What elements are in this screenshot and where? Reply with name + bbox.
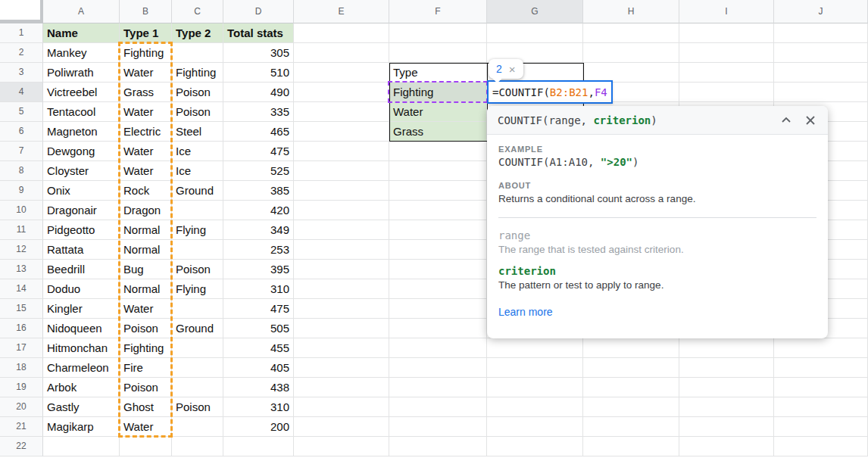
cell-B7[interactable]: Water — [120, 142, 172, 161]
column-header-E[interactable]: E — [294, 0, 389, 23]
cell-D15[interactable]: 475 — [223, 299, 294, 319]
close-icon[interactable] — [804, 114, 817, 127]
cell-A13[interactable]: Beedrill — [43, 260, 120, 279]
cell-J2[interactable] — [774, 43, 868, 63]
formula-input[interactable]: =COUNTIF(B2:B21,F4 — [487, 80, 613, 104]
cell-D5[interactable]: 335 — [223, 102, 294, 122]
cell-J18[interactable] — [774, 358, 868, 378]
cell-F16[interactable] — [389, 319, 487, 338]
cell-J22[interactable] — [774, 437, 868, 456]
cell-D11[interactable]: 349 — [223, 220, 294, 240]
column-header-F[interactable]: F — [389, 0, 487, 23]
row-header-16[interactable]: 16 — [0, 319, 43, 338]
cell-I2[interactable] — [679, 43, 774, 63]
cell-C7[interactable]: Ice — [172, 142, 223, 161]
cell-D10[interactable]: 420 — [223, 201, 294, 220]
learn-more-link[interactable]: Learn more — [498, 306, 553, 318]
cell-C19[interactable] — [172, 378, 223, 397]
cell-A8[interactable]: Cloyster — [43, 161, 120, 181]
cell-F15[interactable] — [389, 299, 487, 319]
cell-B22[interactable] — [120, 437, 172, 456]
cell-A3[interactable]: Poliwrath — [43, 63, 120, 83]
cell-C13[interactable]: Poison — [172, 260, 223, 279]
cell-D20[interactable]: 310 — [223, 397, 294, 417]
cell-B14[interactable]: Normal — [120, 279, 172, 299]
cell-A19[interactable]: Arbok — [43, 378, 120, 397]
cell-H1[interactable] — [583, 23, 679, 43]
cell-B19[interactable]: Poison — [120, 378, 172, 397]
cell-J3[interactable] — [774, 63, 868, 83]
cell-E13[interactable] — [294, 260, 389, 279]
cell-F1[interactable] — [389, 23, 487, 43]
row-header-20[interactable]: 20 — [0, 397, 43, 417]
cell-D9[interactable]: 385 — [223, 181, 294, 201]
cell-C8[interactable]: Ice — [172, 161, 223, 181]
cell-E20[interactable] — [294, 397, 389, 417]
cell-F3[interactable]: Type — [389, 63, 487, 83]
cell-B20[interactable]: Ghost — [120, 397, 172, 417]
cell-F22[interactable] — [389, 437, 487, 456]
cell-E11[interactable] — [294, 220, 389, 240]
cell-G18[interactable] — [487, 358, 583, 378]
cell-A21[interactable]: Magikarp — [43, 417, 120, 437]
cell-A20[interactable]: Gastly — [43, 397, 120, 417]
cell-D22[interactable] — [223, 437, 294, 456]
column-header-C[interactable]: C — [172, 0, 223, 23]
cell-C9[interactable]: Ground — [172, 181, 223, 201]
cell-E22[interactable] — [294, 437, 389, 456]
cell-D7[interactable]: 475 — [223, 142, 294, 161]
preview-close-icon[interactable]: × — [509, 63, 516, 76]
cell-J21[interactable] — [774, 417, 868, 437]
cell-F2[interactable] — [389, 43, 487, 63]
cell-B1[interactable]: Type 1 — [120, 23, 172, 43]
row-header-19[interactable]: 19 — [0, 378, 43, 397]
cell-B5[interactable]: Water — [120, 102, 172, 122]
cell-C18[interactable] — [172, 358, 223, 378]
cell-G22[interactable] — [487, 437, 583, 456]
cell-F17[interactable] — [389, 338, 487, 358]
cell-C5[interactable]: Poison — [172, 102, 223, 122]
cell-F12[interactable] — [389, 240, 487, 260]
cell-B8[interactable]: Water — [120, 161, 172, 181]
cell-B16[interactable]: Poison — [120, 319, 172, 338]
select-all-corner[interactable] — [0, 0, 43, 23]
cell-C10[interactable] — [172, 201, 223, 220]
cell-A1[interactable]: Name — [43, 23, 120, 43]
cell-B21[interactable]: Water — [120, 417, 172, 437]
cell-E16[interactable] — [294, 319, 389, 338]
cell-I21[interactable] — [679, 417, 774, 437]
cell-B18[interactable]: Fire — [120, 358, 172, 378]
cell-G17[interactable] — [487, 338, 583, 358]
row-header-21[interactable]: 21 — [0, 417, 43, 437]
cell-H20[interactable] — [583, 397, 679, 417]
cell-D2[interactable]: 305 — [223, 43, 294, 63]
cell-C16[interactable]: Ground — [172, 319, 223, 338]
cell-D1[interactable]: Total stats — [223, 23, 294, 43]
cell-C11[interactable]: Flying — [172, 220, 223, 240]
cell-G19[interactable] — [487, 378, 583, 397]
cell-A18[interactable]: Charmeleon — [43, 358, 120, 378]
cell-B6[interactable]: Electric — [120, 122, 172, 142]
cell-A22[interactable] — [43, 437, 120, 456]
cell-C21[interactable] — [172, 417, 223, 437]
cell-C12[interactable] — [172, 240, 223, 260]
cell-B11[interactable]: Normal — [120, 220, 172, 240]
cell-I17[interactable] — [679, 338, 774, 358]
column-header-A[interactable]: A — [43, 0, 120, 23]
cell-B10[interactable]: Dragon — [120, 201, 172, 220]
cell-F21[interactable] — [389, 417, 487, 437]
cell-B17[interactable]: Fighting — [120, 338, 172, 358]
cell-A9[interactable]: Onix — [43, 181, 120, 201]
cell-B2[interactable]: Fighting — [120, 43, 172, 63]
column-header-H[interactable]: H — [583, 0, 679, 23]
cell-F18[interactable] — [389, 358, 487, 378]
cell-J17[interactable] — [774, 338, 868, 358]
cell-E3[interactable] — [294, 63, 389, 83]
cell-F11[interactable] — [389, 220, 487, 240]
cell-H21[interactable] — [583, 417, 679, 437]
cell-A2[interactable]: Mankey — [43, 43, 120, 63]
row-header-9[interactable]: 9 — [0, 181, 43, 201]
row-header-4[interactable]: 4 — [0, 83, 43, 102]
cell-C6[interactable]: Steel — [172, 122, 223, 142]
cell-D13[interactable]: 395 — [223, 260, 294, 279]
